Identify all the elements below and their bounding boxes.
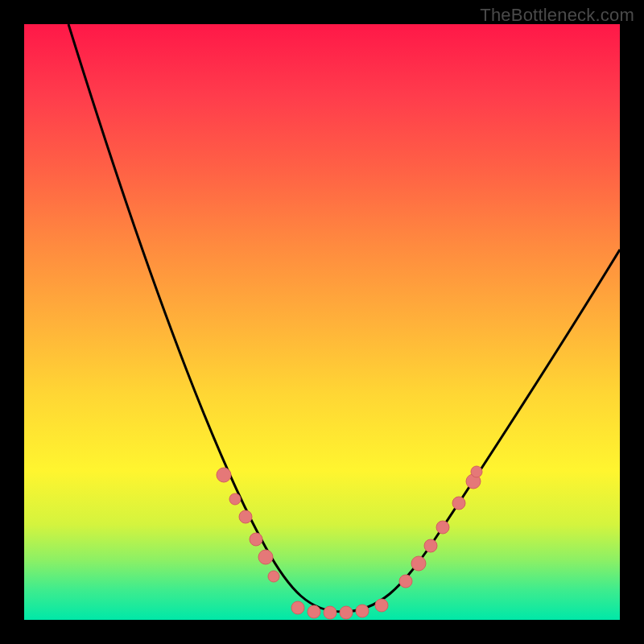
data-marker [356,605,369,617]
curve-group [68,24,620,612]
chart-svg [24,24,620,620]
data-marker [424,539,437,552]
data-marker [258,550,273,564]
data-marker [250,533,262,546]
data-marker [217,468,231,482]
bottleneck-curve [68,24,620,612]
data-marker [471,466,482,477]
data-marker [308,605,320,618]
data-marker [291,601,304,614]
data-marker [229,493,241,505]
marker-group [217,466,482,619]
data-marker [239,510,252,523]
data-marker [324,606,336,619]
data-marker [268,571,279,582]
data-marker [375,599,388,612]
data-marker [340,606,353,619]
data-marker [411,556,426,571]
data-marker [399,575,412,588]
chart-plot-area [24,24,620,620]
chart-frame: TheBottleneck.com [0,0,644,644]
data-marker [452,497,465,510]
watermark-text: TheBottleneck.com [480,5,634,26]
data-marker [436,521,449,534]
